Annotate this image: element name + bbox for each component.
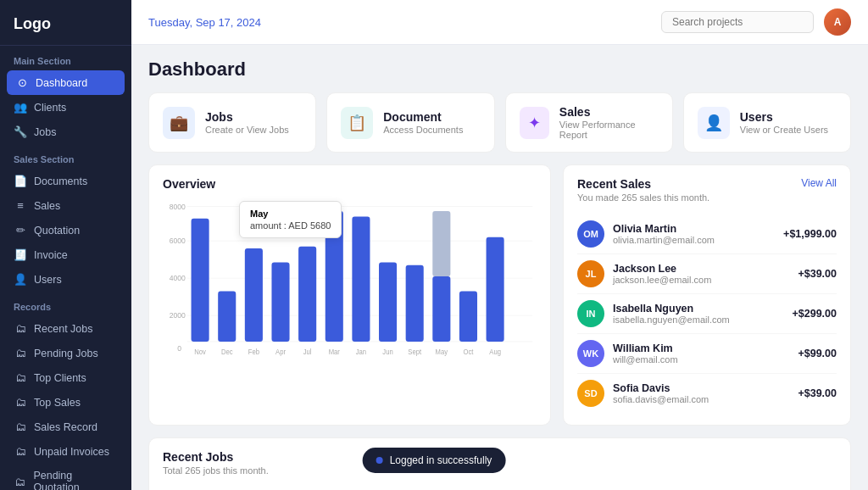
overview-title: Overview (163, 177, 537, 191)
svg-rect-10 (192, 219, 209, 342)
sales-record-icon: 🗂 (14, 420, 27, 433)
jobs-icon: 🔧 (14, 125, 27, 138)
col-status (607, 484, 691, 490)
svg-text:2000: 2000 (170, 311, 186, 320)
sales-card-label: Sales (559, 105, 659, 119)
sale-name: Sofia Davis (613, 382, 789, 394)
quick-card-jobs[interactable]: 💼 Jobs Create or View Jobs (148, 92, 316, 153)
svg-text:Apr: Apr (275, 348, 286, 357)
main-section-title: Main Section (0, 46, 131, 70)
view-all-link[interactable]: View All (801, 177, 837, 189)
svg-rect-14 (245, 248, 263, 342)
top-clients-icon: 🗂 (14, 371, 27, 384)
svg-text:0: 0 (177, 343, 181, 353)
recent-sales-header: Recent Sales You made 265 sales this mon… (577, 177, 837, 211)
svg-rect-31 (459, 292, 477, 342)
sales-card-info: Sales View Performance Report (559, 105, 659, 140)
sidebar-item-pending-quotation[interactable]: 🗂 Pending Quotation (0, 464, 131, 490)
sale-item: SD Sofia Davis sofia.davis@email.com +$3… (577, 374, 837, 413)
sale-amount: +$39.00 (798, 268, 837, 280)
search-input[interactable] (661, 11, 814, 33)
sidebar-item-invoice[interactable]: 🧾 Invoice (0, 242, 131, 267)
sale-email: will@email.com (613, 354, 789, 365)
bar-chart-svg: 8000 6000 4000 2000 0 (163, 192, 537, 379)
svg-rect-18 (298, 247, 316, 342)
recent-jobs-icon: 🗂 (14, 322, 27, 335)
svg-text:May: May (436, 348, 448, 357)
main-area: Tuesday, Sep 17, 2024 A Dashboard 💼 Jobs… (131, 0, 868, 490)
quick-card-sales[interactable]: ✦ Sales View Performance Report (505, 92, 673, 153)
sidebar-item-sales-record[interactable]: 🗂 Sales Record (0, 415, 131, 439)
sidebar-item-label: Sales Record (34, 421, 97, 433)
sidebar-item-label: Invoice (34, 249, 68, 261)
col-client (232, 484, 512, 490)
svg-rect-12 (218, 292, 236, 342)
quick-cards: 💼 Jobs Create or View Jobs 📋 Document Ac… (148, 92, 851, 153)
chart-area: May amount : AED 5680 8000 6000 4000 200… (163, 192, 537, 379)
sales-card-sub: View Performance Report (559, 120, 659, 140)
sales-icon: ≡ (14, 199, 27, 212)
users-icon: 👤 (14, 273, 27, 286)
topbar: Tuesday, Sep 17, 2024 A (131, 0, 868, 45)
toast-dot (376, 457, 383, 464)
sidebar-item-top-clients[interactable]: 🗂 Top Clients (0, 365, 131, 390)
document-card-label: Document (383, 110, 463, 124)
col-job-number (163, 484, 232, 490)
topbar-date: Tuesday, Sep 17, 2024 (148, 16, 261, 29)
sale-email: jackson.lee@email.com (613, 275, 789, 285)
sidebar-item-pending-jobs[interactable]: 🗂 Pending Jobs (0, 341, 131, 365)
sale-avatar: SD (577, 380, 604, 407)
col-date (513, 484, 608, 490)
sidebar-item-clients[interactable]: 👥 Clients (0, 95, 131, 120)
sidebar-item-label: Jobs (34, 126, 56, 138)
sidebar-item-label: Users (34, 274, 62, 286)
sale-amount: +$39.00 (798, 387, 837, 399)
svg-text:Oct: Oct (464, 348, 475, 357)
topbar-right: A (661, 8, 851, 36)
svg-text:Dec: Dec (221, 348, 233, 357)
documents-icon: 📄 (14, 175, 27, 187)
sidebar-item-sales[interactable]: ≡ Sales (0, 193, 131, 218)
sidebar-item-top-sales[interactable]: 🗂 Top Sales (0, 390, 131, 415)
sidebar-item-documents[interactable]: 📄 Documents (0, 169, 131, 193)
recent-sales-panel: Recent Sales You made 265 sales this mon… (563, 164, 851, 426)
sale-item: WK William Kim will@email.com +$99.00 (577, 334, 837, 374)
sale-name: Isabella Nguyen (613, 303, 784, 315)
overview-panel: Overview May amount : AED 5680 8000 6000… (148, 164, 551, 426)
jobs-table: INV001 Al Saif Contarctors 20/08/2024 Pa… (163, 484, 837, 490)
quick-card-document[interactable]: 📋 Document Access Documents (326, 92, 494, 153)
sidebar-item-jobs[interactable]: 🔧 Jobs (0, 120, 131, 144)
sale-avatar: IN (577, 300, 604, 327)
jobs-card-label: Jobs (205, 110, 289, 124)
sale-info: Olivia Martin olivia.martin@email.com (613, 223, 775, 245)
sale-name: Olivia Martin (613, 223, 775, 235)
sale-avatar: WK (577, 340, 604, 367)
svg-text:Jul: Jul (303, 348, 312, 357)
svg-rect-26 (406, 265, 424, 342)
sidebar-item-users[interactable]: 👤 Users (0, 267, 131, 292)
svg-text:8000: 8000 (170, 202, 186, 211)
sale-item: OM Olivia Martin olivia.martin@email.com… (577, 214, 837, 254)
sale-email: olivia.martin@email.com (613, 235, 775, 245)
users-card-icon: 👤 (698, 107, 730, 139)
document-card-info: Document Access Documents (383, 110, 463, 135)
pending-quotation-icon: 🗂 (14, 476, 26, 488)
quick-card-users[interactable]: 👤 Users View or Create Users (683, 92, 851, 153)
sidebar-item-unpaid-invoices[interactable]: 🗂 Unpaid Invoices (0, 439, 131, 464)
content-area: Dashboard 💼 Jobs Create or View Jobs 📋 D… (131, 45, 868, 490)
sidebar-logo: Logo (0, 0, 131, 46)
sidebar-item-recent-jobs[interactable]: 🗂 Recent Jobs (0, 316, 131, 341)
svg-rect-16 (271, 263, 289, 342)
sale-item: IN Isabella Nguyen isabella.nguyen@email… (577, 294, 837, 334)
svg-text:6000: 6000 (170, 237, 186, 246)
document-card-icon: 📋 (341, 107, 373, 139)
sale-name: William Kim (613, 342, 789, 354)
svg-text:Jun: Jun (382, 348, 393, 357)
sidebar-item-quotation[interactable]: ✏ Quotation (0, 218, 131, 242)
page-title: Dashboard (148, 58, 851, 81)
svg-rect-28 (432, 276, 450, 342)
tooltip-amount: amount : AED 5680 (250, 220, 331, 231)
sidebar-item-dashboard[interactable]: ⊙ Dashboard (7, 70, 125, 95)
users-card-label: Users (740, 110, 828, 124)
jobs-card-sub: Create or View Jobs (205, 125, 289, 135)
